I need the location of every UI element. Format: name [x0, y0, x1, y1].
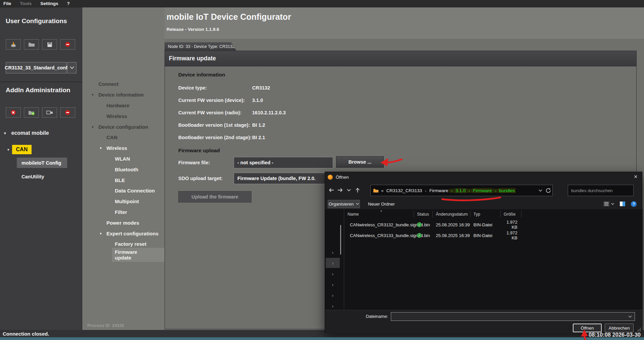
- nav-item-firmware-update[interactable]: Firmware update: [82, 249, 165, 260]
- close-icon[interactable]: ✕: [631, 173, 640, 180]
- nav-item-filter[interactable]: Filter: [82, 207, 165, 218]
- chevron-down-icon: [356, 203, 359, 205]
- menu-settings[interactable]: Settings: [40, 1, 58, 6]
- search-input[interactable]: [568, 188, 630, 193]
- nav-item-wireless[interactable]: ▾Wireless: [82, 143, 165, 154]
- preview-pane-icon[interactable]: [619, 201, 626, 207]
- sdo-upload-target-select[interactable]: Firmware Update (bundle, FW 2.0.: [234, 173, 333, 184]
- tree-scrollbar[interactable]: [340, 225, 341, 254]
- tree-collapse-chevron-icon[interactable]: ›: [326, 258, 340, 268]
- recent-locations-icon[interactable]: [344, 186, 353, 194]
- tree-item-ecomat-mobile[interactable]: ▾ ecomat mobile: [4, 130, 49, 136]
- cancel-button[interactable]: Abbrechen: [605, 324, 634, 332]
- open-button[interactable]: Öffnen: [573, 324, 602, 332]
- nav-item-ble[interactable]: BLE: [82, 175, 165, 185]
- config-dropdown-value[interactable]: CR3132_33_Standard_conf: [6, 62, 66, 73]
- dialog-title-bar[interactable]: Öffnen ✕: [325, 172, 642, 182]
- delete-config-button[interactable]: [60, 39, 75, 50]
- tree-item-can[interactable]: ▾ CAN: [7, 145, 32, 154]
- expand-arrow-icon[interactable]: ▾: [4, 131, 6, 135]
- help-icon[interactable]: ?: [631, 201, 637, 207]
- forward-icon[interactable]: [336, 186, 344, 194]
- nav-item-hardware[interactable]: Hardware: [82, 100, 165, 111]
- nav-item-wlan[interactable]: WLAN: [82, 154, 165, 164]
- view-mode-button[interactable]: [603, 201, 614, 207]
- file-row[interactable]: CANwireless_CR3133_bundle.signed.bin✓25.…: [344, 230, 643, 241]
- chevron-down-icon[interactable]: [628, 315, 632, 318]
- nav-item-data-connection[interactable]: Data Connection: [82, 185, 165, 196]
- breadcrumb-segment[interactable]: Firmware: [472, 188, 492, 193]
- up-icon[interactable]: [353, 186, 362, 194]
- firmware-file-field[interactable]: - not specified -: [234, 157, 333, 168]
- expand-arrow-icon[interactable]: ▾: [90, 125, 95, 129]
- device-info-row: Current FW version (radio):1610.2.11.2.0…: [178, 107, 413, 119]
- refresh-icon[interactable]: [546, 188, 551, 193]
- nav-item-wireless[interactable]: Wireless: [82, 111, 165, 121]
- breadcrumb-segment[interactable]: bundles: [498, 188, 515, 193]
- filename-field[interactable]: [391, 312, 635, 321]
- file-row[interactable]: CANwireless_CR3132_bundle.signed.bin✓25.…: [344, 219, 643, 230]
- breadcrumb-separator-icon: ›: [493, 189, 499, 193]
- menu-tools[interactable]: Tools: [20, 1, 32, 6]
- open-config-button[interactable]: [24, 39, 39, 50]
- nav-item-power-modes[interactable]: Power modes: [82, 217, 165, 228]
- organize-button[interactable]: Organisieren: [328, 200, 360, 208]
- addin-window-button[interactable]: [42, 107, 57, 118]
- remove-addin-button[interactable]: [60, 107, 75, 118]
- expand-arrow-icon[interactable]: ▾: [7, 148, 9, 152]
- filename-label: Dateiname:: [365, 314, 388, 319]
- config-dropdown[interactable]: CR3132_33_Standard_conf: [6, 62, 77, 73]
- column-size[interactable]: Größe: [501, 211, 521, 218]
- nav-item-expert-configurations[interactable]: ▾Expert configurations: [82, 228, 165, 239]
- expand-arrow-icon[interactable]: ▾: [90, 93, 95, 97]
- expand-arrow-icon[interactable]: ▾: [98, 146, 103, 150]
- address-bar[interactable]: «CR3132_CR3133›Firmware›3.1.0›Firmware›b…: [370, 185, 553, 196]
- address-dropdown-icon[interactable]: [539, 189, 542, 192]
- menu-file[interactable]: File: [3, 1, 11, 6]
- resize-grip[interactable]: [637, 327, 641, 332]
- nav-item-device-information[interactable]: ▾Device information: [82, 90, 165, 100]
- add-addin-button[interactable]: [24, 107, 39, 118]
- column-name[interactable]: Name: [344, 211, 414, 218]
- import-config-button[interactable]: [6, 39, 21, 50]
- tree-collapse-chevron-icon[interactable]: ›: [326, 301, 340, 311]
- device-tab[interactable]: Node ID: 33 - Device Type: CR3132: [165, 42, 236, 51]
- browse-button[interactable]: Browse ...: [336, 156, 384, 168]
- upload-firmware-button[interactable]: Upload the firmware: [178, 191, 251, 203]
- tree-collapse-chevron-icon[interactable]: ›: [326, 290, 340, 300]
- file-size: 1.972 KB: [501, 220, 521, 230]
- nav-item-can[interactable]: CAN: [82, 132, 165, 143]
- config-dropdown-arrow[interactable]: [67, 62, 77, 73]
- add-folder-icon: [28, 110, 35, 115]
- tree-item-canutility[interactable]: CanUtility: [21, 174, 44, 179]
- breadcrumb-segment[interactable]: CR3132_CR3133: [386, 188, 423, 193]
- nav-item-device-configuration[interactable]: ▾Device configuration: [82, 121, 165, 132]
- dialog-title: Öffnen: [336, 175, 349, 180]
- column-status[interactable]: Status: [414, 211, 433, 218]
- breadcrumb-segment[interactable]: Firmware: [429, 188, 449, 193]
- tree-collapse-chevron-icon[interactable]: ›: [326, 279, 340, 289]
- search-box[interactable]: [568, 185, 634, 196]
- delete-addin-button[interactable]: [6, 107, 21, 118]
- nav-item-bluetooth[interactable]: Bluetooth: [82, 164, 165, 175]
- panel-title: Firmware update: [165, 55, 216, 62]
- breadcrumb-segment[interactable]: 3.1.0: [455, 188, 466, 193]
- sdo-upload-target-label: SDO upload target:: [178, 176, 223, 181]
- nav-item-multipoint[interactable]: Multipoint: [82, 196, 165, 207]
- breadcrumb[interactable]: «CR3132_CR3133›Firmware›3.1.0›Firmware›b…: [379, 188, 516, 193]
- back-icon[interactable]: [327, 186, 336, 194]
- tree-collapse-chevron-icon[interactable]: ›: [326, 247, 340, 257]
- tree-item-mobileiot-config[interactable]: mobileIoT Config: [17, 158, 67, 168]
- can-highlight[interactable]: CAN: [12, 145, 32, 154]
- expand-arrow-icon[interactable]: ▾: [98, 232, 103, 235]
- filename-input[interactable]: [391, 314, 628, 319]
- nav-item-connect[interactable]: Connect: [82, 79, 165, 90]
- save-config-button[interactable]: [42, 39, 57, 50]
- column-date[interactable]: Änderungsdatum: [433, 211, 470, 218]
- bottom-edge-strip: [0, 337, 644, 340]
- column-type[interactable]: Typ: [470, 211, 501, 218]
- tree-collapse-chevron-icon[interactable]: ›: [326, 269, 340, 279]
- new-folder-button[interactable]: Neuer Ordner: [368, 202, 395, 207]
- pane-separator: [344, 209, 344, 310]
- menu--[interactable]: ?: [67, 1, 70, 6]
